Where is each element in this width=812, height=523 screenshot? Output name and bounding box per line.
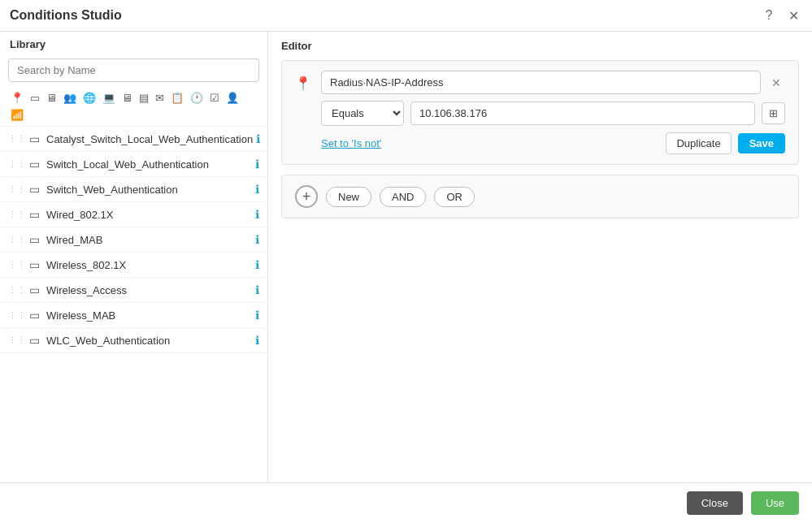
and-button[interactable]: AND — [380, 187, 426, 207]
condition-operator-select[interactable]: Equals Not Equals Contains Starts With E… — [321, 101, 404, 126]
list-item[interactable]: ⋮⋮ ▭ Catalyst_Switch_Local_Web_Authentic… — [0, 127, 267, 152]
item-label: Wireless_802.1X — [46, 259, 252, 271]
item-icon: ▭ — [29, 132, 40, 145]
item-icon: ▭ — [29, 158, 40, 171]
condition-fields: ✕ Equals Not Equals Contains Starts With… — [321, 71, 785, 154]
condition-block: 📍 ✕ Equals Not Equals Contains Starts Wi… — [281, 60, 799, 165]
drag-handle: ⋮⋮ — [8, 260, 26, 270]
help-icon[interactable]: ? — [760, 6, 778, 24]
item-icon: ▭ — [29, 183, 40, 196]
info-icon[interactable]: ℹ — [255, 208, 259, 221]
list-item[interactable]: ⋮⋮ ▭ Wired_802.1X ℹ — [0, 202, 267, 227]
filter-list-icon[interactable]: ▤ — [137, 90, 151, 106]
condition-name-input[interactable] — [321, 71, 761, 94]
item-label: WLC_Web_Authentication — [46, 335, 252, 347]
filter-mail-icon[interactable]: ✉ — [153, 90, 167, 106]
condition-value-row: Equals Not Equals Contains Starts With E… — [321, 101, 785, 126]
duplicate-button[interactable]: Duplicate — [666, 132, 731, 154]
app-title: Conditions Studio — [10, 8, 122, 23]
add-plus-button[interactable]: + — [295, 185, 318, 208]
filter-server-icon[interactable]: 🖥 — [119, 90, 135, 106]
add-block: + New AND OR — [281, 175, 799, 218]
item-label: Switch_Local_Web_Authentication — [46, 158, 252, 171]
drag-handle: ⋮⋮ — [8, 134, 26, 145]
filter-clock-icon[interactable]: 🕐 — [188, 90, 206, 106]
item-label: Catalyst_Switch_Local_Web_Authentication — [46, 133, 253, 145]
filter-check-icon[interactable]: ☑ — [207, 90, 222, 106]
item-icon: ▭ — [29, 258, 40, 271]
item-icon: ▭ — [29, 334, 40, 347]
filter-location-icon[interactable]: 📍 — [8, 90, 26, 106]
drag-handle: ⋮⋮ — [8, 184, 26, 195]
info-icon[interactable]: ℹ — [255, 309, 259, 322]
filter-doc-icon[interactable]: 📋 — [168, 90, 186, 106]
filter-wifi-icon[interactable]: 📶 — [8, 107, 26, 123]
item-icon: ▭ — [29, 309, 40, 322]
condition-grid-button[interactable]: ⊞ — [762, 102, 785, 124]
info-icon[interactable]: ℹ — [255, 183, 259, 196]
info-icon[interactable]: ℹ — [256, 132, 260, 145]
search-input[interactable] — [8, 58, 259, 82]
filter-monitor-icon[interactable]: 🖥 — [44, 90, 59, 106]
icon-toolbar: 📍 ▭ 🖥 👥 🌐 💻 🖥 ▤ ✉ 📋 🕐 ☑ 👤 📶 — [0, 87, 267, 127]
drag-handle: ⋮⋮ — [8, 235, 26, 245]
list-item[interactable]: ⋮⋮ ▭ Wireless_MAB ℹ — [0, 303, 267, 328]
list-item[interactable]: ⋮⋮ ▭ WLC_Web_Authentication ℹ — [0, 328, 267, 353]
filter-pc-icon[interactable]: 💻 — [100, 90, 118, 106]
is-not-button[interactable]: Set to 'Is not' — [321, 137, 381, 149]
item-icon: ▭ — [29, 208, 40, 221]
new-button[interactable]: New — [326, 187, 371, 207]
save-button[interactable]: Save — [738, 133, 785, 153]
close-button[interactable]: Close — [687, 491, 743, 515]
condition-name-row: ✕ — [321, 71, 785, 94]
info-icon[interactable]: ℹ — [255, 258, 259, 271]
condition-actions-row: Set to 'Is not' Duplicate Save — [321, 132, 785, 154]
drag-handle: ⋮⋮ — [8, 335, 26, 346]
filter-user-icon[interactable]: 👤 — [224, 90, 241, 106]
drag-handle: ⋮⋮ — [8, 210, 26, 220]
list-item[interactable]: ⋮⋮ ▭ Switch_Local_Web_Authentication ℹ — [0, 152, 267, 177]
list-item[interactable]: ⋮⋮ ▭ Switch_Web_Authentication ℹ — [0, 177, 267, 202]
editor-panel: Editor 📍 ✕ Equals Not Equals Con — [268, 32, 812, 482]
info-icon[interactable]: ℹ — [255, 233, 259, 246]
item-icon: ▭ — [29, 233, 40, 246]
item-label: Switch_Web_Authentication — [46, 184, 252, 196]
list-item[interactable]: ⋮⋮ ▭ Wired_MAB ℹ — [0, 227, 267, 253]
item-label: Wireless_Access — [46, 284, 252, 296]
library-header: Library — [0, 32, 267, 54]
list-item[interactable]: ⋮⋮ ▭ Wireless_Access ℹ — [0, 278, 267, 303]
info-icon[interactable]: ℹ — [255, 334, 259, 347]
library-list: ⋮⋮ ▭ Catalyst_Switch_Local_Web_Authentic… — [0, 127, 267, 482]
info-icon[interactable]: ℹ — [255, 158, 259, 171]
item-label: Wireless_MAB — [46, 309, 252, 322]
item-label: Wired_802.1X — [46, 209, 252, 221]
list-item[interactable]: ⋮⋮ ▭ Wireless_802.1X ℹ — [0, 253, 267, 278]
info-icon[interactable]: ℹ — [255, 283, 259, 296]
pin-icon: 📍 — [295, 76, 311, 91]
drag-handle: ⋮⋮ — [8, 285, 26, 296]
use-button[interactable]: Use — [751, 491, 799, 515]
editor-header: Editor — [281, 40, 799, 52]
filter-group-icon[interactable]: 👥 — [61, 90, 79, 106]
footer: Close Use — [0, 482, 812, 523]
or-button[interactable]: OR — [434, 187, 475, 207]
close-icon[interactable]: ✕ — [784, 6, 802, 24]
item-label: Wired_MAB — [46, 234, 252, 246]
filter-web-icon[interactable]: 🌐 — [80, 90, 98, 106]
drag-handle: ⋮⋮ — [8, 310, 26, 321]
condition-remove-button[interactable]: ✕ — [767, 74, 785, 92]
drag-handle: ⋮⋮ — [8, 159, 26, 170]
item-icon: ▭ — [29, 283, 40, 296]
condition-value-input[interactable] — [410, 102, 755, 125]
filter-device-icon[interactable]: ▭ — [28, 90, 42, 106]
